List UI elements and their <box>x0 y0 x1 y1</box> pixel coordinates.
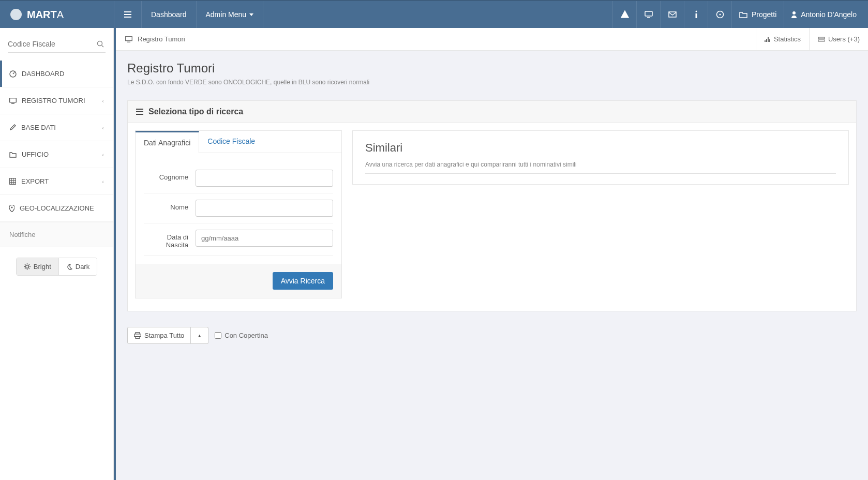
theme-dark-label: Dark <box>76 263 89 271</box>
svg-point-12 <box>25 265 28 268</box>
panel-title-bar: Seleziona tipo di ricerca <box>128 101 856 123</box>
nav-admin-menu-label: Admin Menu <box>206 10 247 19</box>
topbar-users[interactable]: Users (+3) <box>809 28 868 50</box>
svg-rect-9 <box>10 98 17 102</box>
moon-icon <box>66 264 72 270</box>
monitor-icon <box>645 11 653 18</box>
nav-admin-menu[interactable]: Admin Menu <box>197 1 264 28</box>
search-icon[interactable] <box>97 40 104 48</box>
svg-rect-17 <box>134 334 141 337</box>
theme-toggle: Bright Dark <box>16 258 97 276</box>
nav-monitor-button[interactable] <box>636 1 660 28</box>
similari-panel: Similari Avvia una ricerca per dati anag… <box>352 130 849 185</box>
nav-info-button[interactable] <box>684 1 708 28</box>
nav-dashboard[interactable]: Dashboard <box>142 1 197 28</box>
chevron-left-icon: ‹ <box>102 152 104 158</box>
svg-rect-13 <box>126 36 132 40</box>
similari-title: Similari <box>365 141 836 155</box>
svg-rect-18 <box>136 337 140 339</box>
grid-icon <box>9 178 16 185</box>
sun-icon <box>24 263 31 270</box>
nome-input[interactable] <box>196 200 333 217</box>
con-copertina-wrapper[interactable]: Con Copertina <box>215 332 268 339</box>
search-box: Dati Anagrafici Codice Fiscale Cognome N… <box>135 130 342 298</box>
nav-projects-label: Progetti <box>752 10 776 19</box>
print-icon <box>134 332 141 339</box>
folder-open-icon <box>739 11 747 18</box>
server-icon <box>818 37 825 42</box>
search-panel: Seleziona tipo di ricerca Dati Anagrafic… <box>127 100 857 311</box>
svg-rect-15 <box>818 40 825 41</box>
data-nascita-label: Data di Nascita <box>144 230 196 249</box>
sidebar-notifications-heading: Notifiche <box>0 222 113 247</box>
breadcrumb-label: Registro Tumori <box>138 35 185 43</box>
data-nascita-input[interactable] <box>196 230 333 247</box>
similari-hint: Avvia una ricerca per dati anagrafici e … <box>365 161 836 174</box>
list-icon <box>136 109 143 115</box>
logo-icon <box>10 9 22 20</box>
tab-codice-fiscale[interactable]: Codice Fiscale <box>199 131 263 153</box>
sidebar-item-label: GEO-LOCALIZZAZIONE <box>20 204 94 212</box>
topbar-right: Statistics Users (+3) <box>756 28 868 50</box>
folder-icon <box>9 152 17 158</box>
main-content: Registro Tumori Statistics Users (+3) Re… <box>114 28 868 480</box>
stampa-dropdown-button[interactable]: ▲ <box>191 327 208 344</box>
brand[interactable]: MARTA <box>0 1 114 28</box>
info-icon <box>695 10 698 19</box>
monitor-icon <box>125 36 132 42</box>
svg-point-2 <box>695 11 697 12</box>
sidebar-toggle-button[interactable] <box>114 1 142 28</box>
sidebar-search-input[interactable] <box>8 36 106 53</box>
stampa-tutto-button[interactable]: Stampa Tutto <box>127 327 191 344</box>
svg-rect-1 <box>669 12 676 17</box>
nav-help-button[interactable] <box>708 1 731 28</box>
monitor-icon <box>9 98 17 104</box>
bars-icon <box>124 11 131 18</box>
sidebar-item-label: UFFICIO <box>22 151 49 158</box>
sidebar-item-ufficio[interactable]: UFFICIO ‹ <box>0 141 113 168</box>
help-icon <box>716 10 724 19</box>
sidebar: DASHBOARD REGISTRO TUMORI ‹ BASE DATI ‹ … <box>0 28 114 480</box>
sidebar-item-export[interactable]: EXPORT ‹ <box>0 168 113 194</box>
chevron-left-icon: ‹ <box>102 125 104 131</box>
sidebar-item-registro[interactable]: REGISTRO TUMORI ‹ <box>0 87 113 114</box>
sidebar-item-basedati[interactable]: BASE DATI ‹ <box>0 114 113 141</box>
tab-content: Cognome Nome Data di Nascita Avvia <box>136 153 341 298</box>
svg-rect-14 <box>818 37 825 39</box>
page-subtitle: Le S.D.O. con fondo VERDE sono ONCOLOGIC… <box>127 79 857 86</box>
stampa-tutto-label: Stampa Tutto <box>144 332 184 339</box>
chevron-left-icon: ‹ <box>102 98 104 104</box>
topbar-statistics[interactable]: Statistics <box>756 28 809 50</box>
tab-dati-anagrafici[interactable]: Dati Anagrafici <box>136 131 199 153</box>
svg-point-7 <box>98 41 102 46</box>
nav-mail-button[interactable] <box>660 1 684 28</box>
user-icon <box>791 11 797 18</box>
top-navbar: MARTA Dashboard Admin Menu Progetti Anto… <box>0 0 868 28</box>
nav-warning-button[interactable] <box>612 1 636 28</box>
svg-point-6 <box>792 11 796 14</box>
nav-user-menu[interactable]: Antonio D'Angelo <box>784 1 868 28</box>
nome-label: Nome <box>144 200 196 211</box>
pin-icon <box>9 205 14 212</box>
nav-user-label: Antonio D'Angelo <box>801 10 857 19</box>
sidebar-item-label: EXPORT <box>21 177 49 185</box>
caret-down-icon <box>249 13 253 16</box>
con-copertina-label: Con Copertina <box>225 332 268 339</box>
nav-projects[interactable]: Progetti <box>731 1 784 28</box>
dashboard-icon <box>9 70 17 78</box>
chevron-left-icon: ‹ <box>102 178 104 185</box>
sidebar-item-label: REGISTRO TUMORI <box>22 97 85 104</box>
theme-bright-button[interactable]: Bright <box>17 258 59 275</box>
page-header: Registro Tumori Le S.D.O. con fondo VERD… <box>116 51 868 91</box>
print-button-group: Stampa Tutto ▲ <box>127 327 208 344</box>
avvia-ricerca-button[interactable]: Avvia Ricerca <box>273 272 333 290</box>
edit-icon <box>9 124 16 131</box>
sidebar-item-dashboard[interactable]: DASHBOARD <box>0 61 113 87</box>
search-tabs: Dati Anagrafici Codice Fiscale <box>136 131 341 153</box>
form-footer: Avvia Ricerca <box>136 264 341 298</box>
theme-dark-button[interactable]: Dark <box>59 258 97 275</box>
cognome-input[interactable] <box>196 170 333 187</box>
con-copertina-checkbox[interactable] <box>215 332 221 339</box>
sidebar-item-geo[interactable]: GEO-LOCALIZZAZIONE <box>0 195 113 221</box>
bars-chart-icon <box>765 36 771 42</box>
